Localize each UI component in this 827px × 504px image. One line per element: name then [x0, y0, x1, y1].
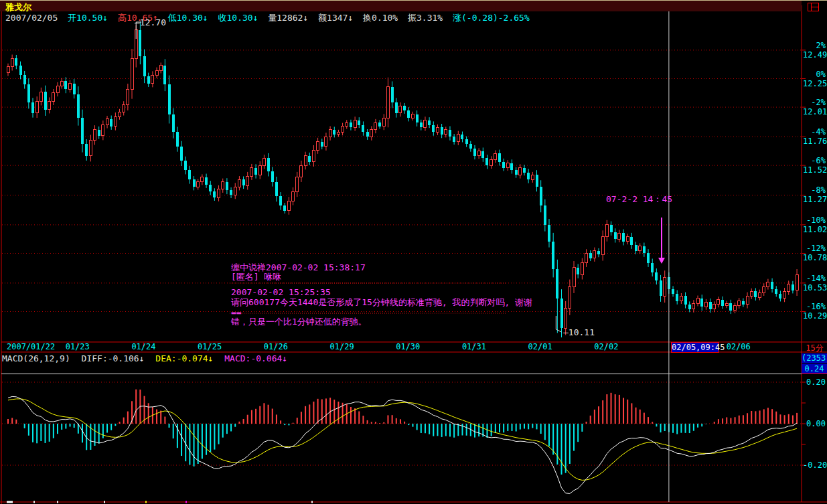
candle-body-up	[411, 114, 414, 118]
chart-canvas[interactable]	[0, 0, 827, 504]
candle-body-down	[548, 225, 550, 242]
candle-body-down	[688, 305, 691, 309]
candle-body-up	[35, 101, 38, 113]
candle-body-up	[569, 286, 571, 308]
candle-body-up	[238, 179, 240, 187]
candle-body-up	[56, 86, 59, 93]
candle-body-down	[465, 139, 468, 144]
price-axis-price-label: 10.53	[803, 284, 826, 292]
candle-body-down	[622, 233, 625, 241]
macd-header: MACD(26,12,9) DIFF:-0.106↓ DEA:-0.074↓ M…	[2, 353, 293, 363]
price-axis-percent-label: -10%	[803, 216, 826, 225]
candle-body-down	[449, 130, 451, 137]
candle-body-up	[287, 201, 290, 210]
candle-body-down	[172, 114, 175, 133]
macd-axis-label: -0.20	[803, 461, 826, 470]
candle-body-down	[254, 168, 257, 175]
candle-body-down	[395, 102, 398, 113]
macd-name: MACD(26,12,9)	[2, 353, 70, 363]
candle-body-up	[296, 177, 299, 191]
candle-body-up	[69, 84, 72, 90]
candle-body-down	[610, 225, 613, 232]
candle-body-down	[630, 237, 633, 245]
macd-axis-label: 0.20	[803, 378, 826, 387]
candle-body-down	[684, 296, 687, 304]
candle-body-down	[502, 162, 505, 168]
candle-body-down	[85, 144, 88, 156]
candle-body-down	[729, 303, 732, 311]
candle-body-down	[432, 125, 435, 133]
price-axis-percent-label: -6%	[803, 157, 826, 165]
candle-body-up	[119, 112, 121, 116]
quote-change: 涨(-0.28)-2.65%	[453, 13, 530, 23]
candle-body-up	[581, 263, 583, 275]
candle-body-up	[131, 58, 133, 89]
candle-body-up	[573, 268, 575, 286]
dea-line	[8, 399, 797, 480]
candle-body-down	[391, 87, 394, 102]
candle-body-down	[651, 263, 654, 272]
candle-body-down	[44, 92, 47, 110]
divergence-time-note: 07-2-2 14：45	[606, 193, 672, 205]
candle-body-down	[275, 182, 278, 196]
price-axis-percent-label: -8%	[803, 186, 826, 195]
candle-body-down	[77, 94, 80, 118]
split-window-icon[interactable]	[808, 3, 819, 11]
price-axis-percent-label: -16%	[803, 303, 826, 311]
candle-body-down	[597, 251, 600, 254]
price-axis-price-label: 12.49	[803, 51, 826, 60]
candle-body-up	[102, 125, 104, 136]
quote-date: 2007/02/05	[5, 13, 58, 23]
candle-body-down	[754, 291, 757, 297]
cursor-date-label: 02/05,09:45	[671, 342, 719, 353]
candle-body-down	[672, 289, 674, 294]
candle-body-up	[506, 163, 509, 168]
candle-body-up	[292, 191, 295, 201]
candle-body-down	[184, 161, 187, 170]
candle-body-up	[763, 286, 765, 292]
candle-body-up	[127, 89, 129, 104]
candle-body-down	[366, 132, 369, 137]
candle-body-up	[234, 187, 236, 195]
candle-body-down	[81, 118, 84, 144]
candle-body-down	[168, 84, 171, 114]
date-axis-label: 01/26	[264, 343, 288, 351]
candle-body-up	[151, 75, 154, 83]
candle-body-up	[664, 277, 666, 296]
candle-body-down	[23, 75, 26, 84]
candle-body-down	[139, 30, 141, 56]
message-question: 请问600177今天1440是否形成了15分钟线的标准背驰, 我的判断对吗, 谢…	[231, 297, 532, 309]
candle-body-down	[188, 170, 191, 179]
macd-axis-label: 0.00	[803, 420, 826, 428]
date-axis-label: 02/01	[528, 343, 552, 351]
candle-body-down	[544, 205, 546, 224]
candle-body-up	[593, 251, 596, 258]
candle-body-up	[713, 305, 716, 309]
candle-body-down	[378, 122, 381, 126]
date-axis-label: 01/31	[462, 343, 486, 351]
candle-body-down	[428, 120, 431, 125]
candle-body-down	[321, 142, 323, 147]
message-answer: 错，只是一个比1分钟还低的背驰。	[231, 316, 367, 328]
candle-body-down	[350, 122, 352, 127]
candle-body-down	[163, 66, 166, 84]
candle-body-down	[147, 76, 150, 84]
quote-low: 低10.30↓	[168, 13, 208, 23]
candle-body-down	[333, 130, 335, 135]
price-axis-price-label: 11.52	[803, 166, 826, 175]
peak-price-label: —12.70	[135, 17, 166, 27]
candle-body-down	[536, 175, 538, 187]
candle-body-down	[771, 282, 773, 289]
price-axis-price-label: 10.78	[803, 254, 826, 262]
candle-body-up	[155, 70, 158, 75]
candle-body-up	[386, 87, 389, 118]
price-axis-price-label: 11.76	[803, 137, 826, 146]
date-axis-label: 01/29	[330, 343, 354, 351]
candle-body-up	[759, 292, 761, 297]
candle-body-up	[618, 233, 621, 239]
candle-body-up	[436, 127, 439, 132]
candle-body-up	[424, 120, 427, 128]
candle-body-up	[494, 153, 497, 159]
date-axis-label: 01/30	[396, 343, 420, 351]
macd-diff-value: DIFF:-0.106↓	[82, 353, 145, 363]
